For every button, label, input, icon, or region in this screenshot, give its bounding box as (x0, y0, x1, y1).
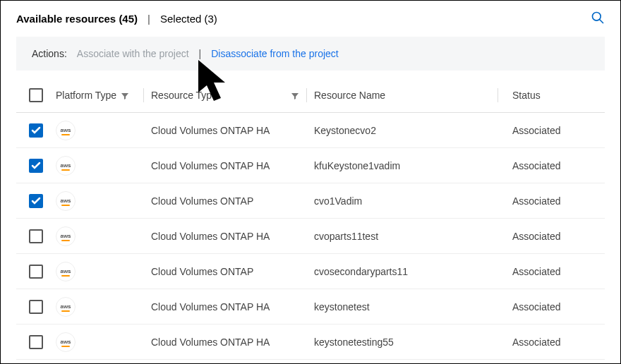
tab-selected-label: Selected (160, 13, 201, 25)
cell-resource-name: kfuKeystone1vadim (314, 160, 400, 171)
cell-resource-name: cvosecondaryparts11 (314, 266, 408, 277)
resources-table: Platform Type Resource Type Resource Nam… (16, 78, 605, 360)
row-checkbox[interactable] (29, 229, 43, 243)
table-row: aws Cloud Volumes ONTAP HA Keystonecvo2 … (16, 113, 605, 148)
row-checkbox[interactable] (29, 335, 43, 349)
action-disassociate[interactable]: Disassociate from the project (211, 48, 339, 59)
column-resource-type[interactable]: Resource Type (151, 90, 217, 101)
tab-available-count: (45) (119, 13, 138, 25)
column-divider (498, 88, 498, 102)
aws-icon: aws (56, 262, 76, 281)
svg-line-1 (600, 20, 603, 23)
cell-status: Associated (512, 266, 560, 277)
tab-available[interactable]: Available resources (45) (16, 13, 138, 25)
cell-resource-type: Cloud Volumes ONTAP HA (151, 125, 270, 136)
search-icon[interactable] (591, 11, 605, 27)
cell-status: Associated (512, 160, 560, 171)
tab-separator: | (147, 13, 150, 25)
filter-icon[interactable] (121, 91, 129, 99)
column-resource-name[interactable]: Resource Name (314, 90, 385, 101)
cell-resource-type: Cloud Volumes ONTAP HA (151, 301, 270, 313)
filter-icon[interactable] (291, 91, 299, 99)
aws-icon: aws (56, 332, 76, 352)
row-checkbox[interactable] (29, 265, 43, 279)
table-row: aws Cloud Volumes ONTAP cvo1Vadim Associ… (16, 183, 605, 219)
tab-available-label: Available resources (16, 13, 116, 25)
column-divider (306, 88, 307, 102)
actions-separator: | (199, 48, 202, 59)
column-divider (143, 88, 144, 102)
cell-status: Associated (512, 231, 560, 242)
column-status[interactable]: Status (512, 90, 541, 101)
actions-bar: Actions: Associate with the project | Di… (16, 37, 605, 71)
cell-status: Associated (512, 301, 560, 313)
actions-label: Actions: (32, 48, 67, 59)
table-row: aws Cloud Volumes ONTAP HA keystonetesti… (16, 324, 605, 360)
column-platform-type[interactable]: Platform Type (56, 90, 116, 101)
aws-icon: aws (56, 226, 76, 246)
row-checkbox[interactable] (29, 300, 43, 314)
cell-resource-type: Cloud Volumes ONTAP HA (151, 231, 270, 242)
cell-resource-name: keystonetesting55 (314, 336, 394, 348)
aws-icon: aws (56, 121, 76, 140)
cell-status: Associated (512, 336, 560, 348)
row-checkbox[interactable] (29, 194, 43, 208)
cell-resource-name: keystonetest (314, 301, 370, 313)
aws-icon: aws (56, 297, 76, 317)
row-checkbox[interactable] (29, 123, 43, 138)
aws-icon: aws (56, 191, 76, 211)
select-all-checkbox[interactable] (29, 88, 43, 102)
tab-selected[interactable]: Selected (3) (160, 13, 217, 25)
cell-status: Associated (512, 195, 560, 207)
action-associate: Associate with the project (77, 48, 189, 59)
aws-icon: aws (56, 156, 76, 176)
cell-resource-name: cvoparts11test (314, 231, 378, 242)
table-row: aws Cloud Volumes ONTAP cvosecondarypart… (16, 254, 605, 289)
tabs-group: Available resources (45) | Selected (3) (16, 13, 217, 25)
cell-resource-type: Cloud Volumes ONTAP (151, 266, 253, 277)
cell-resource-type: Cloud Volumes ONTAP (151, 195, 253, 207)
table-row: aws Cloud Volumes ONTAP HA keystonetest … (16, 289, 605, 324)
cell-resource-name: Keystonecvo2 (314, 125, 376, 136)
cell-status: Associated (512, 125, 560, 136)
cell-resource-type: Cloud Volumes ONTAP HA (151, 336, 270, 348)
top-bar: Available resources (45) | Selected (3) (1, 1, 620, 34)
cell-resource-type: Cloud Volumes ONTAP HA (151, 160, 270, 171)
cell-resource-name: cvo1Vadim (314, 195, 362, 207)
tab-selected-count: (3) (205, 13, 217, 25)
table-row: aws Cloud Volumes ONTAP HA cvoparts11tes… (16, 219, 605, 254)
table-row: aws Cloud Volumes ONTAP HA kfuKeystone1v… (16, 148, 605, 183)
table-header: Platform Type Resource Type Resource Nam… (16, 78, 605, 113)
row-checkbox[interactable] (29, 159, 43, 173)
